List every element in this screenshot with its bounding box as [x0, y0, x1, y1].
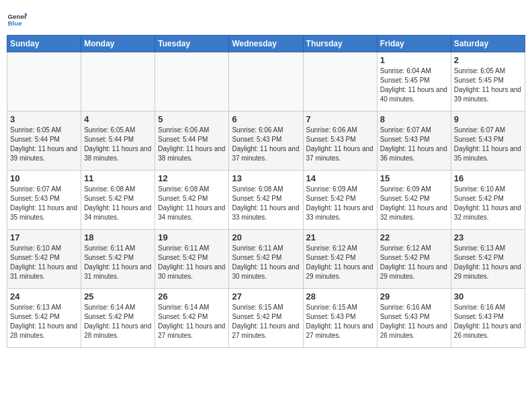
day-detail: Sunrise: 6:07 AM Sunset: 5:43 PM Dayligh…: [454, 126, 522, 163]
day-detail: Sunrise: 6:05 AM Sunset: 5:45 PM Dayligh…: [454, 66, 522, 104]
day-detail: Sunrise: 6:11 AM Sunset: 5:42 PM Dayligh…: [84, 244, 152, 281]
day-number: 9: [454, 114, 522, 124]
calendar-cell: [303, 52, 377, 111]
day-detail: Sunrise: 6:09 AM Sunset: 5:42 PM Dayligh…: [380, 185, 448, 222]
day-detail: Sunrise: 6:15 AM Sunset: 5:42 PM Dayligh…: [232, 303, 300, 340]
day-number: 30: [454, 291, 522, 302]
calendar-cell: 11Sunrise: 6:08 AM Sunset: 5:42 PM Dayli…: [81, 171, 155, 230]
day-number: 11: [84, 173, 152, 183]
calendar-cell: 12Sunrise: 6:08 AM Sunset: 5:42 PM Dayli…: [155, 171, 229, 230]
day-detail: Sunrise: 6:07 AM Sunset: 5:43 PM Dayligh…: [10, 185, 78, 222]
day-detail: Sunrise: 6:10 AM Sunset: 5:42 PM Dayligh…: [454, 185, 522, 222]
day-number: 5: [158, 114, 226, 124]
calendar-cell: 23Sunrise: 6:13 AM Sunset: 5:42 PM Dayli…: [451, 230, 525, 289]
calendar-cell: 29Sunrise: 6:16 AM Sunset: 5:43 PM Dayli…: [377, 289, 451, 348]
day-number: 17: [10, 232, 78, 242]
day-detail: Sunrise: 6:06 AM Sunset: 5:43 PM Dayligh…: [232, 126, 300, 163]
day-number: 23: [454, 232, 522, 242]
column-header-friday: Friday: [377, 36, 451, 52]
page-header: General Blue: [7, 7, 525, 30]
calendar-cell: 5Sunrise: 6:06 AM Sunset: 5:44 PM Daylig…: [155, 111, 229, 171]
calendar-week-row: 10Sunrise: 6:07 AM Sunset: 5:43 PM Dayli…: [7, 171, 525, 230]
day-number: 12: [158, 173, 226, 183]
day-detail: Sunrise: 6:08 AM Sunset: 5:42 PM Dayligh…: [158, 185, 226, 222]
calendar-cell: 26Sunrise: 6:14 AM Sunset: 5:42 PM Dayli…: [155, 289, 229, 348]
day-number: 22: [380, 232, 448, 242]
calendar-cell: 2Sunrise: 6:05 AM Sunset: 5:45 PM Daylig…: [451, 52, 525, 111]
calendar-week-row: 17Sunrise: 6:10 AM Sunset: 5:42 PM Dayli…: [7, 230, 525, 289]
day-detail: Sunrise: 6:08 AM Sunset: 5:42 PM Dayligh…: [232, 185, 300, 222]
day-number: 29: [380, 291, 448, 302]
column-header-wednesday: Wednesday: [229, 36, 303, 52]
calendar-cell: [81, 52, 155, 111]
day-number: 16: [454, 173, 522, 183]
calendar-cell: 8Sunrise: 6:07 AM Sunset: 5:43 PM Daylig…: [377, 111, 451, 171]
day-detail: Sunrise: 6:06 AM Sunset: 5:44 PM Dayligh…: [158, 126, 226, 163]
day-number: 19: [158, 232, 226, 242]
day-number: 4: [84, 114, 152, 124]
day-number: 25: [84, 291, 152, 302]
day-detail: Sunrise: 6:13 AM Sunset: 5:42 PM Dayligh…: [454, 244, 522, 281]
day-detail: Sunrise: 6:05 AM Sunset: 5:44 PM Dayligh…: [10, 126, 78, 163]
column-header-tuesday: Tuesday: [155, 36, 229, 52]
day-detail: Sunrise: 6:12 AM Sunset: 5:42 PM Dayligh…: [306, 244, 374, 281]
day-number: 15: [380, 173, 448, 183]
calendar-cell: 27Sunrise: 6:15 AM Sunset: 5:42 PM Dayli…: [229, 289, 303, 348]
calendar-cell: [7, 52, 81, 111]
calendar-cell: 13Sunrise: 6:08 AM Sunset: 5:42 PM Dayli…: [229, 171, 303, 230]
calendar-cell: 3Sunrise: 6:05 AM Sunset: 5:44 PM Daylig…: [7, 111, 81, 171]
calendar-cell: 18Sunrise: 6:11 AM Sunset: 5:42 PM Dayli…: [81, 230, 155, 289]
day-number: 20: [232, 232, 300, 242]
day-detail: Sunrise: 6:14 AM Sunset: 5:42 PM Dayligh…: [84, 303, 152, 340]
calendar-header-row: SundayMondayTuesdayWednesdayThursdayFrid…: [7, 36, 525, 52]
day-number: 13: [232, 173, 300, 183]
day-number: 28: [306, 291, 374, 302]
day-number: 14: [306, 173, 374, 183]
calendar-cell: 21Sunrise: 6:12 AM Sunset: 5:42 PM Dayli…: [303, 230, 377, 289]
day-detail: Sunrise: 6:11 AM Sunset: 5:42 PM Dayligh…: [158, 244, 226, 281]
calendar-cell: 7Sunrise: 6:06 AM Sunset: 5:43 PM Daylig…: [303, 111, 377, 171]
calendar-cell: 24Sunrise: 6:13 AM Sunset: 5:42 PM Dayli…: [7, 289, 81, 348]
calendar-cell: 19Sunrise: 6:11 AM Sunset: 5:42 PM Dayli…: [155, 230, 229, 289]
day-detail: Sunrise: 6:08 AM Sunset: 5:42 PM Dayligh…: [84, 185, 152, 222]
logo-icon: General Blue: [7, 9, 27, 30]
calendar-cell: 4Sunrise: 6:05 AM Sunset: 5:44 PM Daylig…: [81, 111, 155, 171]
column-header-sunday: Sunday: [7, 36, 81, 52]
day-detail: Sunrise: 6:09 AM Sunset: 5:42 PM Dayligh…: [306, 185, 374, 222]
calendar-cell: 9Sunrise: 6:07 AM Sunset: 5:43 PM Daylig…: [451, 111, 525, 171]
day-detail: Sunrise: 6:05 AM Sunset: 5:44 PM Dayligh…: [84, 126, 152, 163]
calendar-cell: [229, 52, 303, 111]
calendar-cell: 28Sunrise: 6:15 AM Sunset: 5:43 PM Dayli…: [303, 289, 377, 348]
calendar-cell: 1Sunrise: 6:04 AM Sunset: 5:45 PM Daylig…: [377, 52, 451, 111]
calendar-cell: 14Sunrise: 6:09 AM Sunset: 5:42 PM Dayli…: [303, 171, 377, 230]
day-number: 1: [380, 55, 448, 65]
day-number: 24: [10, 291, 78, 302]
calendar-cell: 17Sunrise: 6:10 AM Sunset: 5:42 PM Dayli…: [7, 230, 81, 289]
calendar-table: SundayMondayTuesdayWednesdayThursdayFrid…: [7, 35, 525, 348]
logo: General Blue: [7, 9, 27, 30]
day-number: 18: [84, 232, 152, 242]
calendar-cell: 22Sunrise: 6:12 AM Sunset: 5:42 PM Dayli…: [377, 230, 451, 289]
day-detail: Sunrise: 6:14 AM Sunset: 5:42 PM Dayligh…: [158, 303, 226, 340]
day-detail: Sunrise: 6:13 AM Sunset: 5:42 PM Dayligh…: [10, 303, 78, 340]
day-detail: Sunrise: 6:16 AM Sunset: 5:43 PM Dayligh…: [380, 303, 448, 340]
svg-text:Blue: Blue: [8, 19, 23, 27]
calendar-cell: 10Sunrise: 6:07 AM Sunset: 5:43 PM Dayli…: [7, 171, 81, 230]
day-number: 26: [158, 291, 226, 302]
column-header-monday: Monday: [81, 36, 155, 52]
day-number: 21: [306, 232, 374, 242]
day-detail: Sunrise: 6:16 AM Sunset: 5:43 PM Dayligh…: [454, 303, 522, 340]
day-detail: Sunrise: 6:12 AM Sunset: 5:42 PM Dayligh…: [380, 244, 448, 281]
day-number: 27: [232, 291, 300, 302]
day-number: 3: [10, 114, 78, 124]
calendar-cell: 30Sunrise: 6:16 AM Sunset: 5:43 PM Dayli…: [451, 289, 525, 348]
day-detail: Sunrise: 6:15 AM Sunset: 5:43 PM Dayligh…: [306, 303, 374, 340]
day-detail: Sunrise: 6:06 AM Sunset: 5:43 PM Dayligh…: [306, 126, 374, 163]
column-header-saturday: Saturday: [451, 36, 525, 52]
day-detail: Sunrise: 6:07 AM Sunset: 5:43 PM Dayligh…: [380, 126, 448, 163]
calendar-cell: [155, 52, 229, 111]
calendar-cell: 16Sunrise: 6:10 AM Sunset: 5:42 PM Dayli…: [451, 171, 525, 230]
day-detail: Sunrise: 6:11 AM Sunset: 5:42 PM Dayligh…: [232, 244, 300, 281]
calendar-week-row: 1Sunrise: 6:04 AM Sunset: 5:45 PM Daylig…: [7, 52, 525, 111]
calendar-cell: 6Sunrise: 6:06 AM Sunset: 5:43 PM Daylig…: [229, 111, 303, 171]
